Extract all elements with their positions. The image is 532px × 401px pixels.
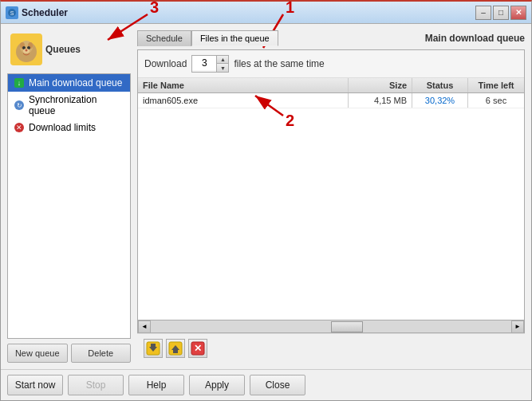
move-up-button[interactable] <box>166 339 185 358</box>
download-count-spinner: 3 ▲ ▼ <box>191 55 229 73</box>
tab-schedule[interactable]: Schedule <box>137 30 191 46</box>
minimize-button[interactable]: – <box>475 6 491 20</box>
queue-label-limits: Download limits <box>29 122 96 133</box>
queue-label-sync: Synchronization queue <box>29 94 125 116</box>
queue-icon-main: ↓ <box>13 77 26 89</box>
left-panel-buttons: New queue Delete <box>7 344 131 363</box>
queue-icon-limits: ✕ <box>13 121 26 134</box>
download-text: Download <box>144 58 187 69</box>
new-queue-button[interactable]: New queue <box>7 344 68 363</box>
move-down-button[interactable] <box>144 339 163 358</box>
remove-button[interactable]: ✕ <box>188 339 207 358</box>
start-now-button[interactable]: Start now <box>7 375 63 395</box>
svg-text:↓: ↓ <box>18 79 22 87</box>
queues-label: Queues <box>45 44 81 55</box>
svg-text:↻: ↻ <box>17 102 22 109</box>
scroll-thumb[interactable] <box>331 321 363 332</box>
tab-content: Download 3 ▲ ▼ files at the same time <box>137 49 525 333</box>
col-header-size: Size <box>349 78 412 92</box>
stop-button[interactable]: Stop <box>68 375 124 395</box>
action-icon-bar: ✕ <box>137 333 525 363</box>
svg-rect-21 <box>173 350 178 353</box>
tab-bar: Schedule Files in the queue <box>137 30 278 46</box>
table-header: File Name Size Status Time left <box>138 78 524 93</box>
scheduler-logo <box>10 33 42 65</box>
left-panel: Queues ↓ Main download queue <box>7 30 131 363</box>
col-header-status: Status <box>412 78 468 92</box>
panel-header: Queues <box>7 30 131 69</box>
svg-point-9 <box>26 49 28 52</box>
close-window-button[interactable]: ✕ <box>510 6 526 20</box>
queue-item-limits[interactable]: ✕ Download limits <box>8 119 130 136</box>
table-body: idman605.exe 4,15 MB 30,32% 6 sec <box>138 93 524 320</box>
queue-item-sync[interactable]: ↻ Synchronization queue <box>8 92 130 119</box>
file-table: File Name Size Status Time left idman605… <box>138 78 524 320</box>
cell-timeleft: 6 sec <box>468 93 524 108</box>
cell-status: 30,32% <box>412 93 468 108</box>
files-at-same-time-label: files at the same time <box>234 58 324 69</box>
app-icon: S <box>6 6 18 19</box>
download-count-input[interactable]: 3 <box>192 56 216 70</box>
svg-text:✕: ✕ <box>16 124 22 132</box>
scroll-right-button[interactable]: ► <box>511 320 524 333</box>
title-bar: S Scheduler – □ ✕ <box>1 2 531 24</box>
delete-button[interactable]: Delete <box>71 344 132 363</box>
spinner-up-button[interactable]: ▲ <box>217 56 228 64</box>
spinner-down-button[interactable]: ▼ <box>217 64 228 72</box>
window-controls: – □ ✕ <box>475 6 526 20</box>
table-row[interactable]: idman605.exe 4,15 MB 30,32% 6 sec <box>138 93 524 108</box>
apply-button[interactable]: Apply <box>189 375 245 395</box>
help-button[interactable]: Help <box>128 375 184 395</box>
queue-list: ↓ Main download queue ↻ Synchronizati <box>7 73 131 339</box>
close-button[interactable]: Close <box>250 375 305 395</box>
queue-icon-sync: ↻ <box>13 99 26 112</box>
download-count-row: Download 3 ▲ ▼ files at the same time <box>138 50 524 78</box>
horizontal-scrollbar[interactable]: ◄ ► <box>138 320 524 332</box>
svg-text:✕: ✕ <box>194 343 202 354</box>
right-panel: Schedule Files in the queue Main downloa… <box>137 30 525 363</box>
main-content: Queues ↓ Main download queue <box>1 24 531 369</box>
col-header-timeleft: Time left <box>468 78 524 92</box>
queue-title: Main download queue <box>422 33 525 44</box>
svg-text:S: S <box>10 10 14 16</box>
cell-filename: idman605.exe <box>138 93 349 108</box>
maximize-button[interactable]: □ <box>493 6 509 20</box>
queue-item-main[interactable]: ↓ Main download queue <box>8 74 130 92</box>
scroll-left-button[interactable]: ◄ <box>138 320 151 333</box>
scroll-track[interactable] <box>151 320 511 333</box>
right-panel-header: Schedule Files in the queue Main downloa… <box>137 30 525 46</box>
queue-label-main: Main download queue <box>29 77 122 88</box>
cell-size: 4,15 MB <box>349 93 412 108</box>
scheduler-window: S Scheduler – □ ✕ <box>0 0 532 401</box>
tab-files-in-queue[interactable]: Files in the queue <box>191 30 278 46</box>
svg-rect-18 <box>151 344 156 347</box>
window-title: Scheduler <box>22 7 68 18</box>
col-header-filename: File Name <box>138 78 349 92</box>
bottom-button-bar: Start now Stop Help Apply Close <box>1 369 531 400</box>
